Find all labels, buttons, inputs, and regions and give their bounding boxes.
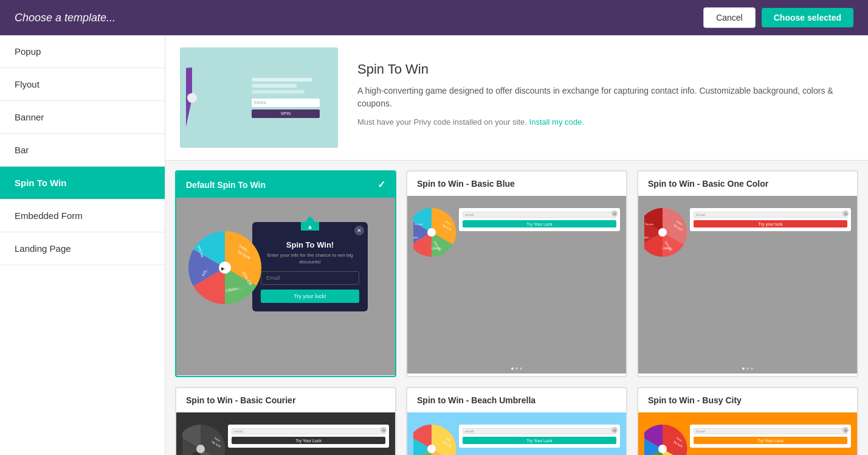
svg-text:No luck: No luck [646, 223, 653, 226]
default-wheel-svg: ▶ No luck Today... 20% Off Lifetim... A2… [185, 228, 264, 307]
one-color-dots [742, 367, 753, 370]
beach-wheel-svg: No luck Today... [413, 422, 465, 455]
page-title: Choose a template... [15, 12, 115, 24]
basic-blue-preview: No luck Today... 20% Off Lifetim... A25.… [407, 196, 626, 373]
courier-email: email [232, 428, 385, 434]
template-preview-thumbnail: ✕ WIN LOSE WIN [180, 47, 338, 148]
modal-title: Spin To Win! [261, 240, 359, 249]
template-card-header-basic-courier: Spin to Win - Basic Courier [176, 388, 395, 412]
preview-title: Spin To Win [357, 61, 853, 77]
basic-blue-form: ✕ email Try Your Luck [459, 208, 620, 231]
one-color-email: Email [694, 212, 847, 218]
template-card-header-basic-one-color: Spin to Win - Basic One Color [638, 172, 857, 196]
sidebar-item-spin-to-win[interactable]: Spin To Win [0, 167, 165, 200]
template-card-default[interactable]: Default Spin To Win ✓ [175, 170, 396, 377]
template-card-header-beach-umbrella: Spin to Win - Beach Umbrella [407, 388, 626, 412]
busy-city-form-close: ✕ [842, 427, 849, 433]
sidebar-item-bar[interactable]: Bar [0, 134, 165, 167]
svg-point-4 [219, 262, 231, 274]
preview-description: A high-converting game designed to offer… [357, 85, 853, 110]
one-color-form-close: ✕ [842, 210, 849, 217]
preview-wheel-svg: WIN LOSE WIN [186, 64, 247, 131]
pagination-dots [511, 367, 522, 370]
beach-form: ✕ email Try Your Luck [459, 425, 620, 448]
dot-3 [751, 367, 753, 370]
template-card-basic-blue[interactable]: Spin to Win - Basic Blue [406, 170, 627, 377]
preview-install-note: Must have your Privy code installed on y… [357, 116, 853, 128]
template-name-beach-umbrella: Spin to Win - Beach Umbrella [417, 395, 536, 405]
beach-preview: No luck Today... ✕ email Try Your Luck [407, 412, 626, 455]
main-layout: Popup Flyout Banner Bar Spin To Win Embe… [0, 35, 868, 455]
template-name-basic-courier: Spin to Win - Basic Courier [186, 395, 295, 405]
basic-blue-wheel-svg: No luck Today... 20% Off Lifetim... A25.… [413, 205, 465, 260]
sidebar-item-embedded-form[interactable]: Embedded Form [0, 200, 165, 232]
sidebar: Popup Flyout Banner Bar Spin To Win Embe… [0, 35, 165, 455]
svg-point-26 [196, 445, 205, 453]
template-card-beach-umbrella[interactable]: Spin to Win - Beach Umbrella [406, 387, 627, 455]
default-card-wheel: ▶ No luck Today... 20% Off Lifetim... A2… [185, 228, 264, 310]
modal-try-button[interactable]: Try your luck! [261, 290, 359, 303]
courier-form-close: ✕ [381, 427, 387, 433]
sidebar-item-landing-page[interactable]: Landing Page [0, 232, 165, 265]
template-card-body-basic-blue: No luck Today... 20% Off Lifetim... A25.… [407, 196, 626, 373]
busy-city-email: Email [694, 428, 847, 434]
busy-city-wheel-svg: No luck Today... [644, 422, 696, 455]
courier-wheel-svg: No luck Today... [182, 422, 234, 455]
template-name-busy-city: Spin to Win - Busy City [648, 395, 742, 405]
busy-city-form: ✕ Email Try Your Luck [690, 425, 851, 448]
form-email: email [463, 212, 616, 218]
dot-3 [520, 367, 522, 370]
sidebar-item-banner[interactable]: Banner [0, 101, 165, 134]
dot-2 [515, 367, 518, 370]
template-card-body-default: ▶ No luck Today... 20% Off Lifetim... A2… [176, 198, 395, 375]
dot-2 [746, 367, 749, 370]
one-color-wheel: No luck Today... 20% Off Lifetim... A25.… [644, 205, 696, 262]
svg-point-29 [427, 445, 436, 453]
preview-banner: ✕ WIN LOSE WIN [165, 35, 868, 161]
modal-email-input[interactable] [261, 271, 359, 285]
template-card-header-basic-blue: Spin to Win - Basic Blue [407, 172, 626, 196]
template-card-body-basic-courier: No luck Today... ✕ email Try Your Luck [176, 412, 395, 455]
dot-1 [511, 367, 514, 370]
courier-preview: No luck Today... ✕ email Try Your Luck [176, 412, 395, 455]
beach-wheel: No luck Today... [413, 422, 465, 455]
busy-city-preview: No luck Today... ✕ Email Try Your Luck [638, 412, 857, 455]
beach-form-close: ✕ [611, 427, 618, 433]
modal-close-icon: ✕ [354, 226, 364, 235]
preview-info: Spin To Win A high-converting game desig… [357, 61, 853, 134]
beach-email: email [463, 428, 616, 434]
courier-form: ✕ email Try Your Luck [228, 425, 389, 448]
beach-try-btn: Try Your Luck [463, 437, 616, 444]
svg-text:Lifetim...: Lifetim... [432, 246, 443, 250]
template-name-basic-one-color: Spin to Win - Basic One Color [648, 179, 768, 189]
sidebar-item-flyout[interactable]: Flyout [0, 68, 165, 101]
template-name-basic-blue: Spin to Win - Basic Blue [417, 179, 515, 189]
one-color-wheel-svg: No luck Today... 20% Off Lifetim... A25.… [644, 205, 696, 260]
busy-city-wheel: No luck Today... [644, 422, 696, 455]
install-link[interactable]: Install my code. [529, 117, 584, 127]
sidebar-item-popup[interactable]: Popup [0, 35, 165, 68]
svg-point-32 [658, 445, 667, 453]
selected-checkmark: ✓ [377, 179, 385, 190]
dot-1 [742, 367, 745, 370]
courier-wheel: No luck Today... [182, 422, 234, 455]
svg-point-19 [658, 228, 667, 237]
header: Choose a template... Cancel Choose selec… [0, 0, 868, 35]
template-grid: Default Spin To Win ✓ [165, 161, 868, 455]
template-card-basic-one-color[interactable]: Spin to Win - Basic One Color [637, 170, 858, 377]
svg-text:No luck: No luck [415, 223, 422, 226]
default-card-bg: ▶ No luck Today... 20% Off Lifetim... A2… [176, 198, 395, 375]
svg-text:A25...: A25... [413, 236, 419, 239]
cancel-button[interactable]: Cancel [703, 7, 756, 28]
choose-selected-button[interactable]: Choose selected [762, 8, 853, 27]
header-actions: Cancel Choose selected [703, 7, 853, 28]
template-name-default: Default Spin To Win [186, 180, 266, 190]
svg-text:Lifetim...: Lifetim... [663, 246, 674, 250]
template-card-body-basic-one-color: No luck Today... 20% Off Lifetim... A25.… [638, 196, 857, 373]
busy-city-try-btn: Try Your Luck [694, 437, 847, 444]
template-card-basic-courier[interactable]: Spin to Win - Basic Courier [175, 387, 396, 455]
courier-try-btn: Try Your Luck [232, 437, 385, 444]
template-card-body-beach-umbrella: No luck Today... ✕ email Try Your Luck [407, 412, 626, 455]
basic-one-color-preview: No luck Today... 20% Off Lifetim... A25.… [638, 196, 857, 373]
template-card-busy-city[interactable]: Spin to Win - Busy City [637, 387, 858, 455]
